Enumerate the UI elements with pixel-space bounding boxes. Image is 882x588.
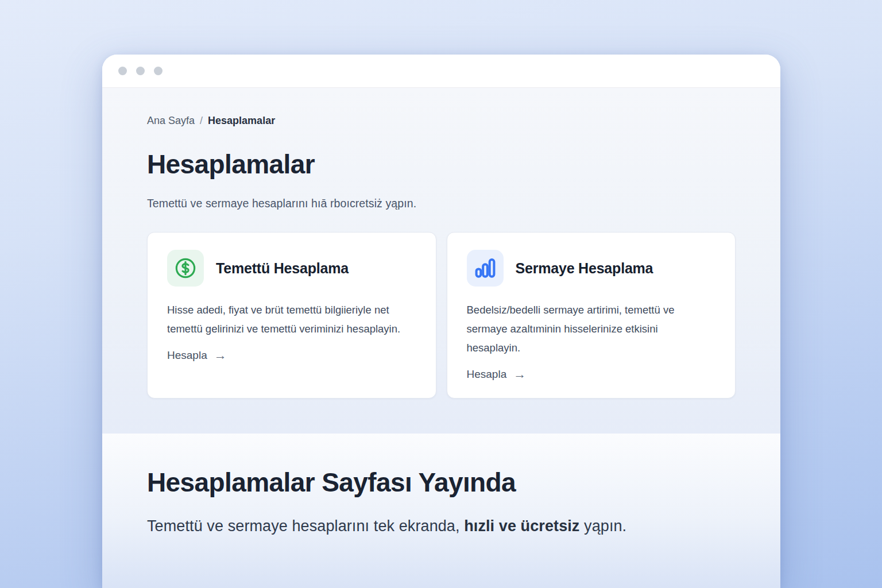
card-description: Hisse adedi, fiyat ve brüt temettü bilgi… [167, 300, 415, 338]
calculator-cards: Temettü Hesaplama Hisse adedi, fiyat ve … [147, 232, 736, 399]
hesapla-link-sermaye[interactable]: Hesapla → [467, 368, 527, 381]
breadcrumb-separator: / [200, 115, 203, 127]
promo-title: Hesaplamalar Sayfası Yayında [147, 467, 736, 498]
hesapla-link-label: Hesapla [467, 368, 507, 381]
promo-title-bold: Hesaplamalar [147, 467, 315, 497]
bar-chart-icon [467, 250, 504, 287]
card-sermaye-hesaplama[interactable]: Sermaye Hesaplama Bedelsiz/bedelli serma… [447, 232, 736, 399]
window-titlebar [102, 55, 780, 88]
arrow-right-icon: → [513, 368, 526, 381]
hesapla-link-temettu[interactable]: Hesapla → [167, 349, 227, 362]
window-control-dot[interactable] [154, 67, 163, 75]
window-control-dot[interactable] [136, 67, 145, 75]
breadcrumb-home-link[interactable]: Ana Sayfa [147, 115, 195, 127]
arrow-right-icon: → [214, 349, 227, 362]
window-control-dot[interactable] [118, 67, 127, 75]
promo-subtitle-bold: hızli ve ücretsiz [464, 517, 579, 535]
page-title: Hesaplamalar [147, 149, 736, 180]
hesapla-link-label: Hesapla [167, 349, 207, 362]
promo-section: Hesaplamalar Sayfası Yayında Temettü ve … [102, 434, 780, 588]
card-title: Sermaye Hesaplama [516, 260, 653, 277]
promo-subtitle: Temettü ve sermaye hesaplarını tek ekran… [147, 517, 736, 535]
promo-subtitle-end: yąpın. [579, 517, 626, 535]
card-temettu-hesaplama[interactable]: Temettü Hesaplama Hisse adedi, fiyat ve … [147, 232, 436, 399]
card-description: Bedelsiz/bedelli sermaye artirimi, temet… [467, 300, 715, 357]
page-content: Ana Sayfa / Hesaplamalar Hesaplamalar Te… [102, 88, 780, 434]
browser-window: Ana Sayfa / Hesaplamalar Hesaplamalar Te… [102, 55, 780, 588]
promo-title-rest: Sayfası Yayında [315, 467, 516, 497]
card-header: Temettü Hesaplama [167, 250, 415, 287]
card-header: Sermaye Hesaplama [467, 250, 715, 287]
dollar-coin-icon [167, 250, 204, 287]
promo-subtitle-start: Temettü ve sermaye hesaplarını tek ekran… [147, 517, 464, 535]
breadcrumb: Ana Sayfa / Hesaplamalar [147, 115, 736, 127]
page-subtitle: Temettü ve sermaye hesaplarını hıā rboıc… [147, 197, 736, 210]
breadcrumb-current: Hesaplamalar [208, 115, 275, 127]
desktop-background: { "breadcrumb": { "home": "Ana Sayfa", "… [0, 0, 882, 588]
card-title: Temettü Hesaplama [216, 260, 349, 277]
